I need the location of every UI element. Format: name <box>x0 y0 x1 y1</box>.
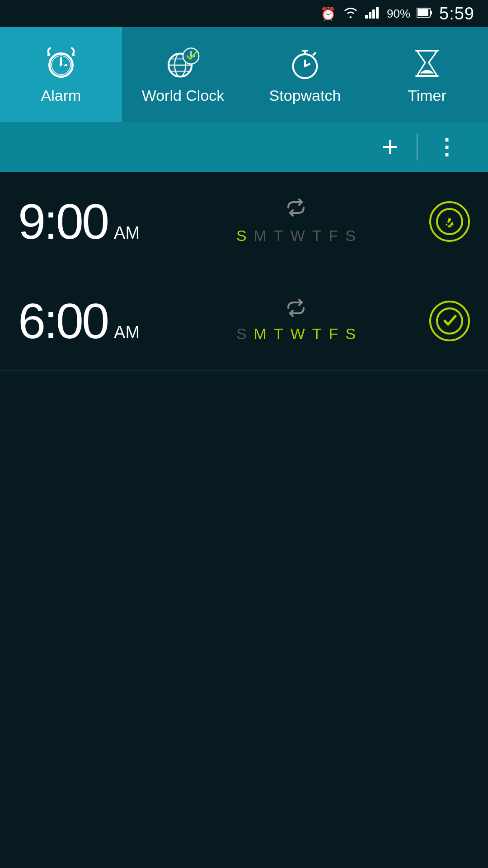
svg-line-26 <box>313 52 316 55</box>
alarm-2-time-section: 6:00 AM <box>18 296 163 346</box>
status-icons: ⏰ 90% 5:59 <box>320 4 474 24</box>
alarm-2-ampm: AM <box>114 323 140 342</box>
svg-point-12 <box>72 53 75 56</box>
day-m: M <box>254 325 267 343</box>
signal-icon <box>365 6 380 22</box>
wifi-icon <box>343 6 359 22</box>
svg-rect-6 <box>418 9 428 16</box>
day-f: F <box>329 325 338 343</box>
status-time: 5:59 <box>439 4 474 24</box>
alarm-1-repeat: S M T W T F S <box>163 198 429 245</box>
day-f: F <box>329 227 338 245</box>
alarm-item-2[interactable]: 6:00 AM S M T W T F S <box>0 271 488 371</box>
battery-text: 90% <box>387 7 410 21</box>
alarm-2-days: S M T W T F S <box>236 325 356 343</box>
tab-stopwatch-label: Stopwatch <box>269 87 341 104</box>
tab-alarm-label: Alarm <box>41 87 81 104</box>
svg-rect-32 <box>448 225 452 227</box>
alarm-list: 9:00 AM S M T W T F S <box>0 172 488 371</box>
day-t2: T <box>312 227 322 245</box>
alarm-1-time-section: 9:00 AM <box>18 197 163 246</box>
alarm-1-toggle[interactable] <box>429 201 470 242</box>
toolbar-divider <box>417 133 418 160</box>
day-m: M <box>254 227 267 245</box>
status-bar: ⏰ 90% 5:59 <box>0 0 488 27</box>
svg-rect-0 <box>365 15 368 19</box>
world-clock-icon <box>165 45 201 81</box>
day-t1: T <box>274 325 283 343</box>
svg-rect-5 <box>430 11 432 14</box>
day-s2: S <box>345 227 356 245</box>
toolbar: + ⋮ <box>0 122 488 172</box>
alarm-status-icon: ⏰ <box>320 6 336 21</box>
tab-timer[interactable]: Timer <box>366 27 488 122</box>
add-alarm-button[interactable]: + <box>368 132 412 161</box>
repeat-icon-2 <box>285 299 307 319</box>
alarm-1-days: S M T W T F S <box>236 227 356 245</box>
tab-world-clock-label: World Clock <box>142 87 225 104</box>
alarm-2-repeat: S M T W T F S <box>163 299 429 343</box>
day-s2: S <box>345 325 356 343</box>
day-s: S <box>236 227 247 245</box>
day-t: T <box>274 227 283 245</box>
timer-icon <box>409 45 445 81</box>
repeat-icon-1 <box>285 198 307 221</box>
tab-timer-label: Timer <box>408 87 446 104</box>
svg-rect-1 <box>369 12 371 19</box>
svg-point-11 <box>47 53 50 56</box>
alarm-2-toggle[interactable] <box>429 301 470 341</box>
tab-stopwatch[interactable]: Stopwatch <box>244 27 366 122</box>
alarm-1-ampm: AM <box>114 223 140 243</box>
battery-icon <box>417 7 433 20</box>
tab-world-clock[interactable]: World Clock <box>122 27 244 122</box>
tab-alarm[interactable]: Alarm <box>0 27 122 122</box>
stopwatch-icon <box>287 45 323 81</box>
tab-bar: Alarm World Clock S <box>0 27 488 122</box>
empty-area <box>0 371 488 868</box>
more-options-button[interactable]: ⋮ <box>422 134 470 160</box>
svg-rect-3 <box>376 7 379 19</box>
day-w: W <box>291 227 305 245</box>
day-w: W <box>291 325 305 343</box>
day-s: S <box>236 325 247 343</box>
alarm-2-time: 6:00 <box>18 296 108 346</box>
svg-point-33 <box>448 218 451 221</box>
alarm-1-time: 9:00 <box>18 197 108 246</box>
day-t2: T <box>312 325 322 343</box>
alarm-icon <box>43 45 79 81</box>
svg-rect-2 <box>372 9 375 19</box>
alarm-item-1[interactable]: 9:00 AM S M T W T F S <box>0 172 488 271</box>
